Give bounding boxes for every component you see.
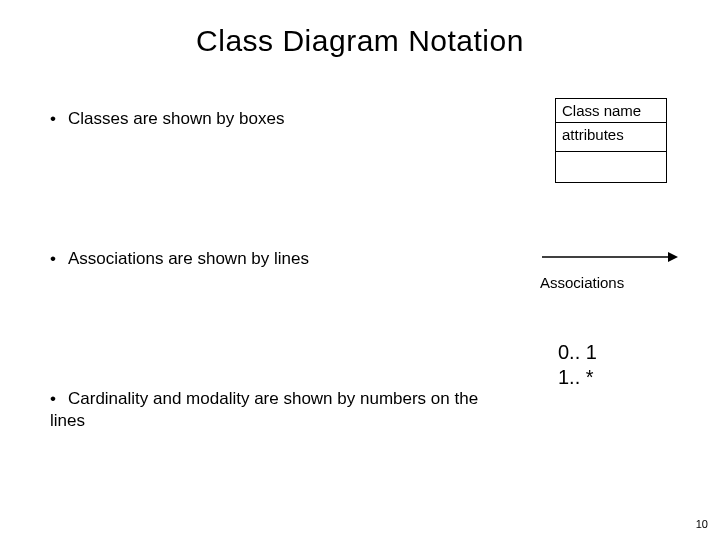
bullet-2: •Associations are shown by lines bbox=[50, 248, 480, 270]
slide: Class Diagram Notation •Classes are show… bbox=[0, 0, 720, 540]
bullet-1-text: Classes are shown by boxes bbox=[68, 109, 284, 128]
bullet-3-text: Cardinality and modality are shown by nu… bbox=[50, 389, 478, 430]
page-number: 10 bbox=[696, 518, 708, 530]
class-attributes-compartment: attributes bbox=[556, 123, 666, 152]
association-arrow-icon bbox=[540, 248, 680, 266]
bullet-2-text: Associations are shown by lines bbox=[68, 249, 309, 268]
svg-marker-1 bbox=[668, 252, 678, 262]
bullet-1: •Classes are shown by boxes bbox=[50, 108, 480, 130]
association-illustration: Associations bbox=[540, 248, 680, 291]
cardinality-line-2: 1.. * bbox=[558, 365, 597, 390]
bullet-dot: • bbox=[50, 108, 68, 130]
bullet-3: •Cardinality and modality are shown by n… bbox=[50, 388, 480, 432]
bullet-dot: • bbox=[50, 248, 68, 270]
class-name-compartment: Class name bbox=[556, 99, 666, 123]
association-label: Associations bbox=[540, 274, 680, 291]
slide-title: Class Diagram Notation bbox=[0, 24, 720, 58]
bullet-dot: • bbox=[50, 388, 68, 410]
cardinality-line-1: 0.. 1 bbox=[558, 340, 597, 365]
class-box-illustration: Class name attributes bbox=[555, 98, 667, 183]
cardinality-illustration: 0.. 1 1.. * bbox=[558, 340, 597, 390]
class-operations-compartment bbox=[556, 152, 666, 182]
